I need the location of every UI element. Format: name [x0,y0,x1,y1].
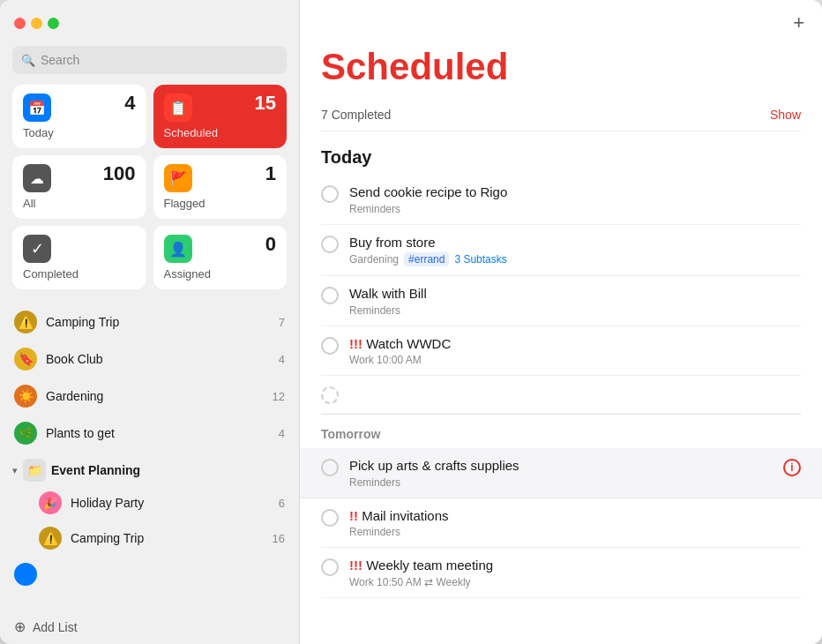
minimize-button[interactable] [31,18,42,29]
reminder-subtitle-3: Reminders [349,304,801,317]
search-icon: 🔍 [21,54,35,67]
title-bar [0,0,299,46]
subtitle-gardening: Gardening [349,253,399,266]
all-label: All [23,197,136,210]
reminder-title-1: Send cookie recipe to Rigo [349,183,801,201]
reminder-body-2: Buy from store Gardening #errand 3 Subta… [349,234,801,267]
reminder-subtitle-6: Reminders [349,476,773,489]
plants-count: 4 [279,427,285,440]
today-icon: 📅 [23,94,51,122]
priority-indicator-4: !!! [349,336,362,351]
reminder-item-3: Walk with Bill Reminders [321,276,801,326]
reminder-item-4: !!! Watch WWDC Work 10:00 AM [321,326,801,377]
plants-label: Plants to get [46,426,270,440]
today-label: Today [23,126,136,139]
book-club-label: Book Club [46,352,270,366]
smart-list-completed[interactable]: ✓ Completed [12,226,146,289]
today-count: 4 [124,94,135,113]
maximize-button[interactable] [48,18,59,29]
reminder-subtitle-4: Work 10:00 AM [349,354,801,366]
main-content: Scheduled 7 Completed Show Today Send co… [300,46,822,644]
reminder-circle-3[interactable] [321,287,339,304]
holiday-party-count: 6 [279,497,285,510]
list-item-plants-to-get[interactable]: 🌿 Plants to get 4 [0,415,299,452]
section-header-today: Today [321,135,801,175]
sidebar: 🔍 Search 📅 4 Today 📋 [0,0,300,644]
smart-list-all[interactable]: ☁ 100 All [12,155,146,219]
reminder-subtitle-8: Work 10:50 AM ⇄ Weekly [349,576,801,588]
smart-list-today[interactable]: 📅 4 Today [12,85,146,148]
gardening-label: Gardening [46,389,264,403]
page-title: Scheduled [321,46,801,88]
plants-icon: 🌿 [14,422,37,445]
reminder-body-1: Send cookie recipe to Rigo Reminders [349,183,801,215]
reminder-body-8: !!! Weekly team meeting Work 10:50 AM ⇄ … [349,557,801,588]
reminder-circle-6[interactable] [321,459,339,476]
scheduled-icon: 📋 [164,94,192,122]
reminder-item-6: Pick up arts & crafts supplies Reminders… [300,448,822,498]
assigned-count: 0 [265,235,276,254]
all-icon: ☁ [23,164,51,192]
holiday-party-label: Holiday Party [71,496,270,510]
reminder-circle-5[interactable] [321,386,339,404]
main-toolbar: + [300,0,822,46]
book-club-count: 4 [279,353,285,366]
smart-list-flagged[interactable]: 🚩 1 Flagged [153,155,288,219]
reminder-body-7: !! Mail invitations Reminders [349,507,801,539]
reminder-circle-1[interactable] [321,185,339,203]
reminder-circle-4[interactable] [321,337,339,355]
list-item-gardening[interactable]: ☀️ Gardening 12 [0,378,299,415]
add-reminder-button[interactable]: + [793,13,804,33]
subtasks-link[interactable]: 3 Subtasks [454,253,506,266]
info-button-6[interactable]: i [783,459,801,476]
reminder-item-8: !!! Weekly team meeting Work 10:50 AM ⇄ … [321,548,801,598]
reminder-circle-8[interactable] [321,558,339,576]
reminder-circle-2[interactable] [321,236,339,253]
reminder-item-7: !! Mail invitations Reminders [321,498,801,549]
main-panel: + Scheduled 7 Completed Show Today Send … [300,0,822,644]
smart-lists-grid: 📅 4 Today 📋 15 Scheduled [0,85,299,300]
reminder-body-6: Pick up arts & crafts supplies Reminders [349,457,773,489]
group-label: Event Planning [51,463,287,477]
reminder-title-2: Buy from store [349,234,801,251]
list-item-camping-trip[interactable]: ⚠️ Camping Trip 7 [0,303,299,341]
completed-bar: 7 Completed Show [321,99,801,131]
tag-errand: #errand [404,252,449,266]
search-bar[interactable]: 🔍 Search [12,46,287,74]
flagged-label: Flagged [164,197,277,210]
reminder-subtitle-2: Gardening #errand 3 Subtasks [349,252,801,266]
close-button[interactable] [14,18,26,29]
partial-icon [14,563,37,586]
flagged-count: 1 [265,164,276,183]
show-completed-button[interactable]: Show [770,108,801,122]
group-event-planning[interactable]: ▾ 📁 Event Planning [0,452,299,485]
add-list-button[interactable]: ⊕ Add List [0,610,299,644]
add-list-label: Add List [33,620,78,634]
reminder-body-3: Walk with Bill Reminders [349,285,801,317]
camping-trip-sub-label: Camping Trip [71,531,264,545]
list-item-book-club[interactable]: 🔖 Book Club 4 [0,341,299,378]
camping-trip-label: Camping Trip [46,315,270,329]
add-list-icon: ⊕ [14,618,26,635]
holiday-party-icon: 🎉 [39,491,62,514]
sublist-camping-trip[interactable]: ⚠️ Camping Trip 16 [0,520,299,556]
smart-list-scheduled[interactable]: 📋 15 Scheduled [153,85,288,148]
gardening-count: 12 [273,390,285,403]
smart-list-assigned[interactable]: 👤 0 Assigned [153,226,288,289]
camping-trip-icon: ⚠️ [14,311,37,333]
reminder-title-6: Pick up arts & crafts supplies [349,457,773,475]
scheduled-label: Scheduled [164,126,277,139]
lists-section: ⚠️ Camping Trip 7 🔖 Book Club 4 ☀️ Garde… [0,300,299,610]
reminder-circle-7[interactable] [321,509,339,527]
sublist-holiday-party[interactable]: 🎉 Holiday Party 6 [0,485,299,520]
flagged-icon: 🚩 [164,164,192,192]
completed-label: Completed [23,267,136,281]
group-icon: 📁 [23,459,46,482]
section-header-tomorrow: Tomorrow [321,414,801,448]
camping-trip-count: 7 [279,316,285,329]
camping-trip-sub-count: 16 [273,532,285,545]
completed-icon: ✓ [23,235,51,263]
assigned-icon: 👤 [164,235,192,263]
priority-indicator-7: !! [349,508,358,523]
reminder-item-5 [321,376,801,414]
